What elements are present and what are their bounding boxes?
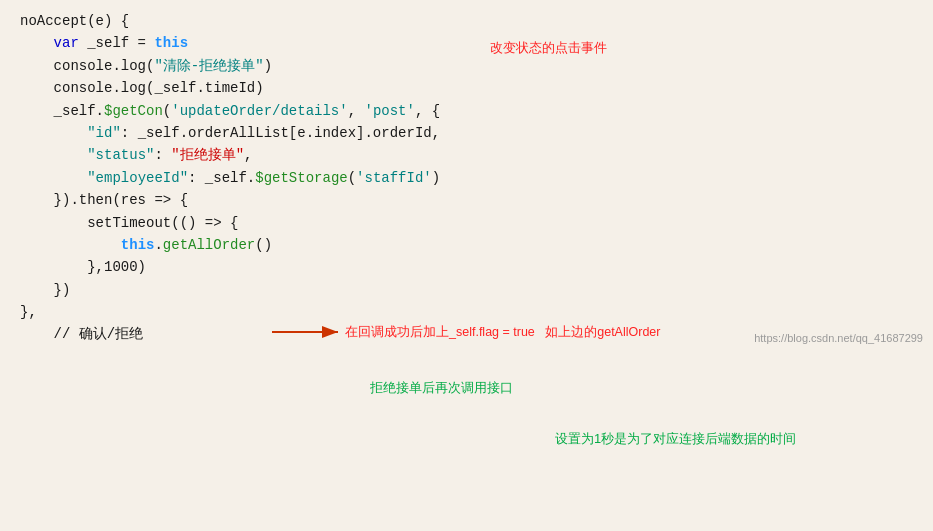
code-line-8: "employeeId": _self.$getStorage('staffId… — [20, 167, 913, 189]
url-watermark: https://blog.csdn.net/qq_41687299 — [754, 330, 923, 348]
annotation-callback-flag: 在回调成功后加上_self.flag = true 如上边的getAllOrde… — [345, 322, 660, 342]
code-line-3: console.log("清除-拒绝接单") — [20, 55, 913, 77]
code-line-14: }, — [20, 301, 913, 323]
code-line-1: noAccept(e) { — [20, 10, 913, 32]
annotation-1sec: 设置为1秒是为了对应连接后端数据的时间 — [555, 430, 796, 448]
annotation-recall-api: 拒绝接单后再次调用接口 — [370, 378, 513, 399]
code-line-10: setTimeout(() => { — [20, 212, 913, 234]
code-line-11: this.getAllOrder() — [20, 234, 913, 256]
arrow-icon — [270, 323, 345, 341]
code-line-7: "status": "拒绝接单", — [20, 144, 913, 166]
code-line-5: _self.$getCon('updateOrder/details', 'po… — [20, 100, 913, 122]
code-line-9: }).then(res => { — [20, 189, 913, 211]
code-line-12: },1000) — [20, 256, 913, 278]
code-block: noAccept(e) { var _self = this console.l… — [0, 0, 933, 356]
annotation-change-status: 改变状态的点击事件 — [490, 38, 607, 59]
code-line-13: }) — [20, 279, 913, 301]
code-line-2: var _self = this — [20, 32, 913, 54]
code-line-6: "id": _self.orderAllList[e.index].orderI… — [20, 122, 913, 144]
code-line-4: console.log(_self.timeId) — [20, 77, 913, 99]
arrow-annotation: 在回调成功后加上_self.flag = true 如上边的getAllOrde… — [270, 322, 660, 342]
